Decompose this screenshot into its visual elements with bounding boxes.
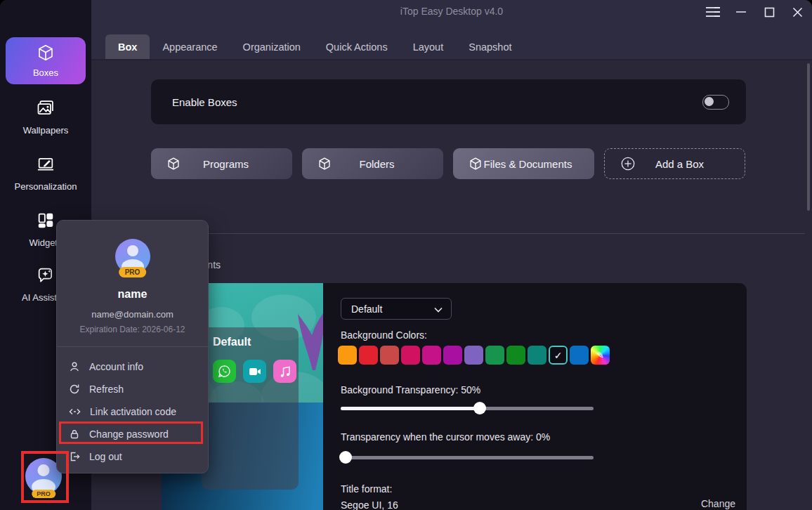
personalization-icon [36,155,55,177]
selected-color-swatch[interactable]: ✓ [549,346,568,365]
menu-item-label: Link activation code [90,406,176,417]
cube-icon [469,157,483,171]
files-documents-box-button[interactable]: Files & Documents [453,148,594,179]
pro-badge: PRO [32,490,55,498]
menu-item-label: Refresh [89,384,124,395]
tab-organization[interactable]: Organization [230,34,313,59]
scrollbar-thumb[interactable] [807,63,810,211]
menu-item-change-password[interactable]: Change password [57,423,208,445]
plus-circle-icon [620,156,636,171]
tab-appearance[interactable]: Appearance [150,34,230,59]
title-format-label: Title format: [341,483,392,495]
tab-divider [91,59,812,60]
app-window: iTop Easy Desktop v4.0 Box Appearance Or… [0,0,812,510]
cursor-transparency-label: Transparency when the cursor moves away:… [341,431,550,443]
custom-color-picker-swatch[interactable]: ✎ [591,346,610,365]
color-swatch[interactable] [338,346,357,365]
enable-boxes-toggle[interactable] [702,95,729,110]
preview-box-title: Default [213,336,251,348]
whale-tail-illustration [298,308,323,373]
add-a-box-button[interactable]: Add a Box [604,148,745,179]
sidebar-label-personalization: Personalization [15,181,77,192]
menu-item-label: Change password [89,429,169,440]
cube-icon [37,44,55,65]
menu-item-label: Log out [89,451,122,462]
bg-transparency-label: Background Transparency: 50% [341,384,480,395]
sidebar-label-wallpapers: Wallpapers [23,125,69,136]
tab-snapshot[interactable]: Snapshot [456,34,524,59]
cube-icon [317,157,332,171]
preview-default-box: Default [202,327,299,490]
popup-divider [57,346,208,347]
theme-dropdown-value: Default [351,303,382,315]
color-swatch[interactable] [401,346,420,365]
add-a-box-label: Add a Box [636,158,723,170]
color-swatch[interactable] [570,346,589,365]
widgets-icon [36,211,55,233]
color-swatch[interactable] [485,346,504,365]
menu-item-account-info[interactable]: Account info [57,355,208,378]
color-swatch[interactable] [464,346,483,365]
cursor-transparency-slider[interactable] [341,456,594,459]
toggle-knob [705,97,714,106]
folders-box-button[interactable]: Folders [302,148,443,179]
sidebar-item-wallpapers[interactable]: Wallpapers [0,98,91,136]
color-swatch[interactable] [422,346,441,365]
music-icon [273,360,296,383]
slider-thumb[interactable] [473,402,486,414]
title-format-value: Segoe UI, 16 [341,499,398,510]
files-documents-label: Files & Documents [483,158,573,170]
close-icon[interactable] [788,4,806,20]
preview-app-icons [213,360,296,383]
logout-icon [69,451,80,462]
enable-boxes-label: Enable Boxes [172,96,237,108]
color-swatch[interactable] [380,346,399,365]
ai-assistant-icon [36,266,55,288]
folders-label: Folders [332,158,422,170]
chevron-down-icon [434,303,443,315]
tab-layout[interactable]: Layout [400,34,457,59]
account-expiration: Expiration Date: 2026-06-12 [57,325,208,334]
tab-bar: Box Appearance Organization Quick Action… [105,34,525,59]
color-swatch[interactable] [528,346,546,365]
color-swatch[interactable] [443,346,462,365]
bg-transparency-slider[interactable] [341,407,594,410]
pro-badge: PRO [119,267,147,277]
sidebar-item-boxes[interactable]: Boxes [6,37,86,84]
tab-box[interactable]: Box [105,34,150,59]
video-camera-icon [243,360,266,383]
wallpapers-icon [36,98,55,121]
whatsapp-icon [213,360,236,383]
person-icon [69,361,80,372]
enable-boxes-row: Enable Boxes [151,79,746,124]
menu-item-label: Account info [89,361,143,372]
code-icon [69,406,81,417]
menu-item-link-activation-code[interactable]: Link activation code [57,400,208,423]
menu-item-refresh[interactable]: Refresh [57,378,208,400]
background-color-swatches: ✓✎ [338,346,610,365]
color-swatch[interactable] [359,346,378,365]
sidebar-item-personalization[interactable]: Personalization [0,155,91,192]
theme-dropdown[interactable]: Default [341,298,452,320]
minimize-icon[interactable] [732,4,750,20]
tab-quick-actions[interactable]: Quick Actions [313,34,400,59]
menu-icon[interactable] [704,4,722,20]
account-popup: PRO name name@domain.com Expiration Date… [56,220,209,473]
programs-box-button[interactable]: Programs [151,148,292,179]
refresh-icon [69,384,80,395]
color-swatch[interactable] [506,346,525,365]
account-name: name [57,288,208,301]
programs-label: Programs [181,158,271,170]
change-title-format-link[interactable]: Change [692,498,735,509]
maximize-icon[interactable] [760,4,778,20]
section-divider [109,233,805,234]
menu-item-log-out[interactable]: Log out [57,445,208,468]
sidebar-label-boxes: Boxes [33,67,58,78]
background-colors-label: Background Colors: [341,329,427,341]
cube-icon [166,157,181,171]
lock-icon [69,429,80,440]
account-email: name@domain.com [57,309,208,320]
